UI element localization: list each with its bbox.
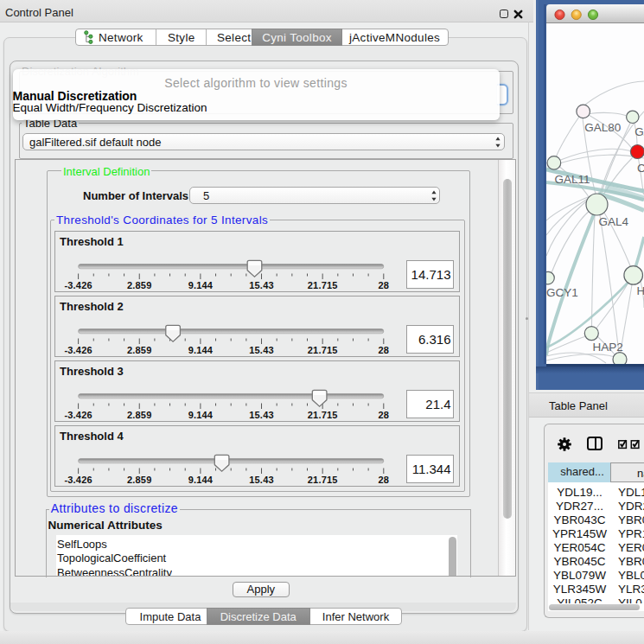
svg-text:21.715: 21.715 [308, 344, 338, 354]
svg-text:GCY1: GCY1 [546, 286, 578, 299]
svg-text:9.144: 9.144 [188, 279, 214, 290]
svg-text:9.144: 9.144 [188, 409, 214, 419]
svg-text:28: 28 [378, 344, 389, 354]
svg-text:28: 28 [378, 474, 389, 484]
svg-text:2.859: 2.859 [127, 474, 152, 484]
svg-text:GAL4: GAL4 [599, 215, 629, 228]
svg-text:28: 28 [378, 279, 389, 290]
svg-text:GAL80: GAL80 [584, 121, 621, 134]
svg-text:21.715: 21.715 [308, 474, 338, 484]
svg-text:15.43: 15.43 [249, 409, 274, 419]
svg-text:2.859: 2.859 [127, 409, 152, 419]
svg-text:C: C [637, 162, 644, 175]
svg-text:-3.426: -3.426 [64, 279, 92, 290]
svg-text:9.144: 9.144 [188, 344, 214, 354]
svg-text:21.715: 21.715 [308, 279, 338, 290]
svg-text:2.859: 2.859 [127, 279, 152, 290]
svg-text:-3.426: -3.426 [64, 409, 92, 419]
svg-text:-3.426: -3.426 [64, 344, 92, 354]
svg-text:H: H [637, 284, 644, 297]
svg-text:15.43: 15.43 [249, 474, 274, 484]
svg-text:-3.426: -3.426 [64, 474, 92, 484]
svg-text:GA: GA [634, 125, 644, 138]
svg-text:21.715: 21.715 [308, 409, 338, 419]
svg-text:GAL11: GAL11 [555, 173, 590, 186]
svg-text:9.144: 9.144 [188, 474, 214, 484]
svg-text:15.43: 15.43 [249, 279, 274, 290]
svg-text:HAP2: HAP2 [593, 341, 623, 354]
svg-text:15.43: 15.43 [249, 344, 274, 354]
svg-text:2.859: 2.859 [127, 344, 152, 354]
svg-text:28: 28 [378, 409, 389, 419]
